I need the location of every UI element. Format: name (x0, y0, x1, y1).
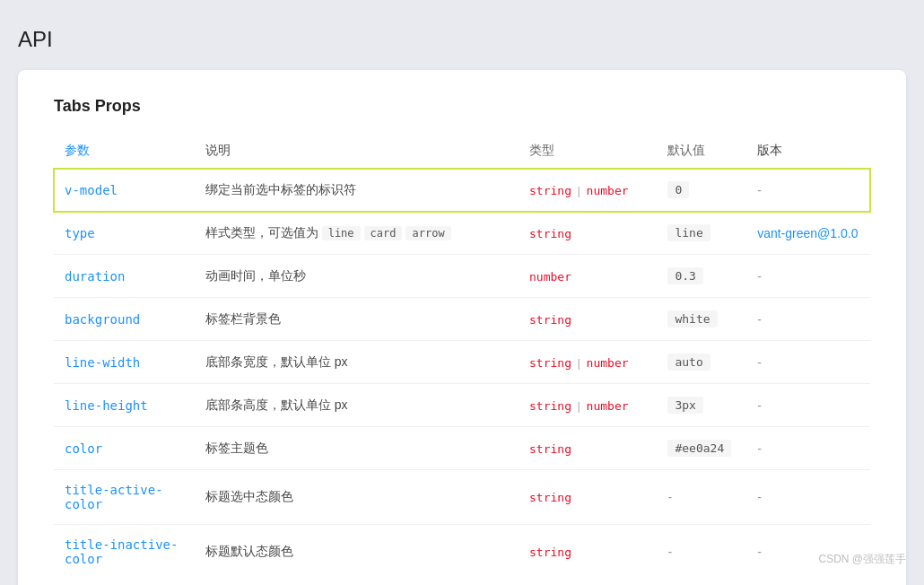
default-cell: - (657, 470, 746, 525)
desc-cell: 底部条宽度，默认单位 px (195, 341, 519, 384)
table-row: line-height底部条高度，默认单位 pxstring | number3… (54, 384, 870, 427)
header-param: 参数 (54, 134, 195, 169)
api-card: Tabs Props 参数 说明 类型 默认值 版本 v-model绑定当前选中… (18, 70, 906, 585)
section-title: Tabs Props (54, 97, 870, 116)
desc-cell: 标题选中态颜色 (195, 470, 519, 525)
header-default: 默认值 (657, 134, 746, 169)
type-cell: string (519, 525, 657, 580)
desc-cell: 标签栏背景色 (195, 298, 519, 341)
props-table: 参数 说明 类型 默认值 版本 v-model绑定当前选中标签的标识符strin… (54, 134, 870, 579)
type-cell: string (519, 298, 657, 341)
type-cell: string (519, 212, 657, 255)
version-cell: vant-green@1.0.0 (746, 212, 870, 255)
desc-cell: 样式类型，可选值为 linecardarrow (195, 212, 519, 255)
default-cell: #ee0a24 (657, 427, 746, 470)
version-cell: - (746, 384, 870, 427)
type-cell: string (519, 427, 657, 470)
param-cell: color (54, 427, 195, 470)
version-cell: - (746, 341, 870, 384)
default-cell: 0.3 (657, 255, 746, 298)
param-cell: title-inactive-color (54, 525, 195, 580)
desc-cell: 底部条高度，默认单位 px (195, 384, 519, 427)
version-cell: - (746, 427, 870, 470)
type-cell: string | number (519, 384, 657, 427)
table-row: v-model绑定当前选中标签的标识符string | number0- (54, 169, 870, 212)
param-cell: type (54, 212, 195, 255)
param-cell: line-width (54, 341, 195, 384)
table-header-row: 参数 说明 类型 默认值 版本 (54, 134, 870, 169)
param-cell: title-active-color (54, 470, 195, 525)
param-cell: v-model (54, 169, 195, 212)
version-cell: - (746, 169, 870, 212)
default-cell: 3px (657, 384, 746, 427)
default-cell: 0 (657, 169, 746, 212)
watermark: CSDN @强强莲手 (818, 552, 906, 567)
desc-cell: 绑定当前选中标签的标识符 (195, 169, 519, 212)
type-cell: string | number (519, 341, 657, 384)
desc-cell: 标题默认态颜色 (195, 525, 519, 580)
table-row: color标签主题色string#ee0a24- (54, 427, 870, 470)
param-cell: line-height (54, 384, 195, 427)
type-cell: string (519, 470, 657, 525)
type-cell: string | number (519, 169, 657, 212)
header-type: 类型 (519, 134, 657, 169)
desc-cell: 标签主题色 (195, 427, 519, 470)
default-cell: - (657, 525, 746, 580)
header-version: 版本 (746, 134, 870, 169)
param-cell: background (54, 298, 195, 341)
type-cell: number (519, 255, 657, 298)
table-row: title-inactive-color标题默认态颜色string-- (54, 525, 870, 580)
table-row: title-active-color标题选中态颜色string-- (54, 470, 870, 525)
version-cell: - (746, 470, 870, 525)
table-row: line-width底部条宽度，默认单位 pxstring | numberau… (54, 341, 870, 384)
default-cell: line (657, 212, 746, 255)
table-row: background标签栏背景色stringwhite- (54, 298, 870, 341)
page-title: API (18, 27, 906, 52)
param-cell: duration (54, 255, 195, 298)
desc-cell: 动画时间，单位秒 (195, 255, 519, 298)
version-cell: - (746, 255, 870, 298)
default-cell: auto (657, 341, 746, 384)
table-row: duration动画时间，单位秒number0.3- (54, 255, 870, 298)
version-cell: - (746, 298, 870, 341)
table-row: type样式类型，可选值为 linecardarrowstringlinevan… (54, 212, 870, 255)
default-cell: white (657, 298, 746, 341)
header-desc: 说明 (195, 134, 519, 169)
